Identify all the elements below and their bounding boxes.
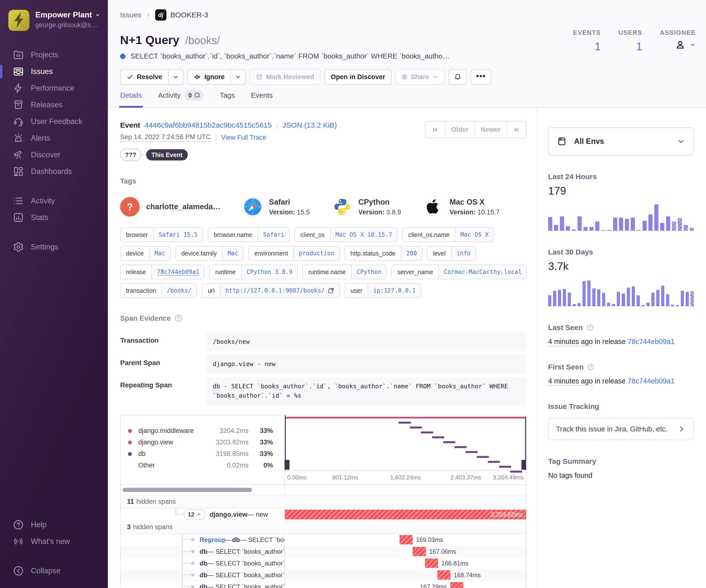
tag-pill-client_os.name[interactable]: client_os.nameMac OS X xyxy=(402,227,494,242)
span-duration-bar[interactable] xyxy=(425,558,438,568)
tag-pill-server_name[interactable]: server_nameCormac-MacCarthy.local xyxy=(391,265,526,279)
tag-value[interactable]: /books/ xyxy=(161,284,196,297)
tag-pill-url[interactable]: urlhttp://127.0.0.1:9007/books/ xyxy=(202,283,340,298)
more-actions-button[interactable]: ••• xyxy=(471,69,491,85)
release-link[interactable]: 78c744eb09a1 xyxy=(628,338,675,345)
users-count[interactable]: 1 xyxy=(619,40,642,53)
sidebar-item-performance[interactable]: Performance xyxy=(0,80,108,96)
tag-pill-release[interactable]: release78c744eb09a1 xyxy=(120,265,204,279)
span-tree-row[interactable]: Regroup — db — SELECT `boo169.03ms xyxy=(121,534,526,546)
event-json-link[interactable]: JSON (13.2 KiB) xyxy=(282,121,337,129)
featured-tag-safari[interactable]: SafariVersion: 15.5 xyxy=(243,197,310,217)
sidebar-item-activity[interactable]: Activity xyxy=(0,193,108,209)
mark-reviewed-button[interactable]: Mark Reviewed xyxy=(249,69,320,85)
tab-activity[interactable]: Activity0 xyxy=(158,90,204,107)
sidebar-item-discover[interactable]: Discover xyxy=(0,146,108,163)
newer-event-button[interactable]: Newer xyxy=(474,122,506,138)
span-duration-bar[interactable] xyxy=(450,582,463,588)
tag-pill-client_os[interactable]: client_osMac OS X 10.15.7 xyxy=(295,227,398,242)
events-count[interactable]: 1 xyxy=(573,40,601,53)
tag-value[interactable]: Mac xyxy=(149,247,170,260)
track-issue-button[interactable]: Track this issue in Jira, GitHub, etc. xyxy=(548,418,694,440)
oldest-event-button[interactable] xyxy=(426,122,445,138)
tag-value[interactable]: Mac OS X 10.15.7 xyxy=(330,228,397,242)
tag-pill-user[interactable]: userip:127.0.0.1 xyxy=(345,283,421,298)
hidden-spans-row[interactable]: 3hidden spans xyxy=(121,520,526,534)
tag-value[interactable]: info xyxy=(451,247,476,260)
event-id-link[interactable]: 4446c9af6bb94815b2ac9bc4515c5615 xyxy=(145,121,272,129)
subscribe-bell-button[interactable] xyxy=(448,69,467,85)
sidebar-item-dashboards[interactable]: Dashboards xyxy=(0,163,108,180)
axis-label: 2,403.37ms xyxy=(450,474,481,481)
sidebar-item-stats[interactable]: Stats xyxy=(0,209,108,226)
span-tree-row[interactable]: db — SELECT `books_author`167.06ms xyxy=(121,546,526,557)
horizontal-scrollbar-thumb[interactable] xyxy=(123,488,252,492)
resolve-button[interactable]: Resolve xyxy=(120,69,168,85)
collapse-children-toggle[interactable]: 12 xyxy=(184,509,205,520)
tag-pill-http.status_code[interactable]: http.status_code200 xyxy=(345,246,422,261)
parent-span-bar[interactable]: 3,203.82ms xyxy=(285,510,526,519)
tag-pill-device[interactable]: deviceMac xyxy=(120,246,171,261)
tag-pill-runtime.name[interactable]: runtime.nameCPython xyxy=(303,265,387,279)
tab-events[interactable]: Events xyxy=(251,90,273,107)
breadcrumb-issues[interactable]: Issues xyxy=(120,11,142,19)
release-link[interactable]: 78c744eb09a1 xyxy=(628,377,675,385)
org-switcher[interactable]: Empower Plant george.gritsouk@s… xyxy=(0,8,108,31)
span-duration-bar[interactable] xyxy=(400,535,413,544)
span-duration-bar[interactable] xyxy=(437,571,450,580)
assignee-selector[interactable] xyxy=(660,39,696,50)
minimap-right-grip[interactable] xyxy=(521,460,526,470)
tag-value[interactable]: 200 xyxy=(401,247,422,260)
sidebar-item-projects[interactable]: Projects xyxy=(0,47,108,63)
sidebar-item-settings[interactable]: Settings xyxy=(0,239,108,255)
tag-value[interactable]: ip:127.0.0.1 xyxy=(368,284,421,297)
tag-pill-runtime[interactable]: runtimeCPython 3.8.9 xyxy=(209,265,298,279)
span-tree-row[interactable]: db — SELECT `books_author`167.29ms xyxy=(121,581,526,588)
sidebar-item-alerts[interactable]: Alerts xyxy=(0,130,108,146)
span-tree-row[interactable]: db — SELECT `books_author`166.81ms xyxy=(121,557,526,569)
tag-value[interactable]: Safari xyxy=(258,228,289,242)
tab-details[interactable]: Details xyxy=(120,90,142,107)
discover-icon xyxy=(13,149,24,161)
tab-tags[interactable]: Tags xyxy=(220,90,235,107)
hidden-spans-row[interactable]: 11hidden spans xyxy=(121,495,526,508)
tag-pill-device.family[interactable]: device.familyMac xyxy=(175,246,244,261)
resolve-dropdown-button[interactable] xyxy=(168,69,183,85)
tag-pill-environment[interactable]: environmentproduction xyxy=(248,246,340,261)
sidebar-item-user-feedback[interactable]: User Feedback xyxy=(0,113,108,130)
tag-value[interactable]: Mac xyxy=(222,247,243,260)
featured-tag-charlotte-alameda-[interactable]: ?charlotte_alameda… xyxy=(120,197,221,217)
tag-pill-level[interactable]: levelinfo xyxy=(427,246,476,261)
ignore-dropdown-button[interactable] xyxy=(230,69,246,85)
tag-value[interactable]: http://127.0.0.1:9007/books/ xyxy=(220,284,339,297)
tag-value[interactable]: Cormac-MacCarthy.local xyxy=(438,265,526,279)
tag-value[interactable]: production xyxy=(293,247,339,260)
tag-pill-browser.name[interactable]: browser.nameSafari xyxy=(208,227,290,242)
older-event-button[interactable]: Older xyxy=(445,122,474,138)
waterfall-minimap[interactable] xyxy=(285,415,526,470)
sidebar-item-help[interactable]: Help xyxy=(0,516,108,533)
skip-last-button[interactable] xyxy=(506,122,526,138)
tag-value[interactable]: 78c744eb09a1 xyxy=(152,265,204,279)
span-duration-bar[interactable] xyxy=(413,547,426,556)
environment-selector[interactable]: All Envs xyxy=(548,127,694,155)
regroup-link[interactable]: Regroup xyxy=(200,536,226,544)
tag-pill-transaction[interactable]: transaction/books/ xyxy=(120,283,197,298)
sidebar-item-whats-new[interactable]: What's new xyxy=(0,533,108,550)
view-full-trace-link[interactable]: View Full Trace xyxy=(221,134,266,141)
ignore-button[interactable]: Ignore xyxy=(187,69,231,85)
minimap-left-grip[interactable] xyxy=(285,460,289,470)
tag-value[interactable]: Safari 15.5 xyxy=(153,228,202,242)
share-button[interactable]: Share xyxy=(395,69,445,85)
span-tree-row[interactable]: db — SELECT `books_author`168.74ms xyxy=(121,569,526,581)
sidebar-item-releases[interactable]: Releases xyxy=(0,96,108,113)
sidebar-item-issues[interactable]: Issues xyxy=(0,63,108,80)
open-in-discover-button[interactable]: Open in Discover xyxy=(324,69,391,85)
tag-value[interactable]: CPython xyxy=(351,265,386,279)
featured-tag-cpython[interactable]: CPythonVersion: 3.8.9 xyxy=(332,197,401,217)
tag-pill-browser[interactable]: browserSafari 15.5 xyxy=(120,227,203,242)
tag-value[interactable]: CPython 3.8.9 xyxy=(241,265,297,279)
featured-tag-mac-os-x[interactable]: Mac OS XVersion: 10.15.7 xyxy=(424,197,500,217)
sidebar-item-collapse[interactable]: Collapse xyxy=(0,562,108,579)
tag-value[interactable]: Mac OS X xyxy=(455,228,494,242)
